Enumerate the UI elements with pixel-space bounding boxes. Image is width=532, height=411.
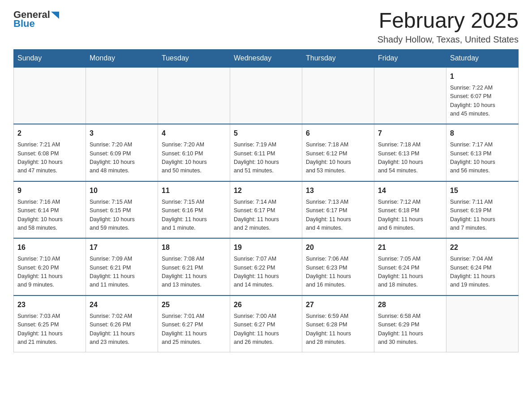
day-info: Sunrise: 7:21 AM Sunset: 6:08 PM Dayligh…	[17, 141, 82, 176]
day-info: Sunrise: 7:18 AM Sunset: 6:12 PM Dayligh…	[306, 141, 370, 176]
calendar-cell: 22Sunrise: 7:04 AM Sunset: 6:24 PM Dayli…	[446, 238, 519, 295]
calendar-cell: 15Sunrise: 7:11 AM Sunset: 6:19 PM Dayli…	[446, 181, 519, 239]
day-info: Sunrise: 6:58 AM Sunset: 6:29 PM Dayligh…	[378, 312, 442, 347]
calendar-cell	[230, 67, 302, 124]
day-number: 26	[234, 300, 298, 310]
day-number: 15	[450, 185, 515, 196]
calendar-cell: 13Sunrise: 7:13 AM Sunset: 6:17 PM Dayli…	[302, 181, 374, 239]
day-info: Sunrise: 7:19 AM Sunset: 6:11 PM Dayligh…	[234, 141, 298, 176]
month-title: February 2025	[378, 9, 519, 33]
calendar-cell: 6Sunrise: 7:18 AM Sunset: 6:12 PM Daylig…	[302, 124, 374, 181]
day-info: Sunrise: 7:18 AM Sunset: 6:13 PM Dayligh…	[378, 141, 442, 176]
calendar-cell: 21Sunrise: 7:05 AM Sunset: 6:24 PM Dayli…	[374, 238, 446, 295]
calendar-cell: 8Sunrise: 7:17 AM Sunset: 6:13 PM Daylig…	[446, 124, 519, 181]
calendar-cell: 7Sunrise: 7:18 AM Sunset: 6:13 PM Daylig…	[374, 124, 446, 181]
calendar-cell	[302, 67, 374, 124]
day-number: 25	[162, 300, 226, 310]
weekday-header-saturday: Saturday	[446, 49, 519, 67]
day-info: Sunrise: 7:14 AM Sunset: 6:17 PM Dayligh…	[234, 198, 298, 233]
day-number: 6	[306, 128, 370, 139]
calendar-cell: 18Sunrise: 7:08 AM Sunset: 6:21 PM Dayli…	[158, 238, 230, 295]
calendar-cell: 19Sunrise: 7:07 AM Sunset: 6:22 PM Dayli…	[230, 238, 302, 295]
calendar-cell: 23Sunrise: 7:03 AM Sunset: 6:25 PM Dayli…	[14, 295, 86, 352]
svg-marker-0	[51, 12, 59, 19]
day-info: Sunrise: 7:03 AM Sunset: 6:25 PM Dayligh…	[17, 312, 82, 347]
day-number: 24	[90, 300, 154, 310]
day-info: Sunrise: 7:13 AM Sunset: 6:17 PM Dayligh…	[306, 198, 370, 233]
week-row-1: 1Sunrise: 7:22 AM Sunset: 6:07 PM Daylig…	[14, 67, 519, 124]
calendar-cell: 2Sunrise: 7:21 AM Sunset: 6:08 PM Daylig…	[14, 124, 86, 181]
day-info: Sunrise: 7:15 AM Sunset: 6:16 PM Dayligh…	[162, 198, 226, 233]
calendar-cell: 20Sunrise: 7:06 AM Sunset: 6:23 PM Dayli…	[302, 238, 374, 295]
calendar-cell: 25Sunrise: 7:01 AM Sunset: 6:27 PM Dayli…	[158, 295, 230, 352]
day-number: 13	[306, 185, 370, 196]
weekday-header-thursday: Thursday	[302, 49, 374, 67]
title-block: February 2025 Shady Hollow, Texas, Unite…	[378, 9, 519, 45]
calendar-cell: 27Sunrise: 6:59 AM Sunset: 6:28 PM Dayli…	[302, 295, 374, 352]
day-number: 23	[17, 300, 82, 310]
calendar-cell: 10Sunrise: 7:15 AM Sunset: 6:15 PM Dayli…	[86, 181, 158, 239]
day-number: 2	[17, 128, 82, 139]
logo-blue: Blue	[13, 18, 35, 30]
calendar-cell: 5Sunrise: 7:19 AM Sunset: 6:11 PM Daylig…	[230, 124, 302, 181]
day-number: 28	[378, 300, 442, 310]
day-number: 16	[17, 242, 82, 253]
logo: General Blue	[13, 9, 61, 30]
calendar-cell: 14Sunrise: 7:12 AM Sunset: 6:18 PM Dayli…	[374, 181, 446, 239]
day-info: Sunrise: 7:10 AM Sunset: 6:20 PM Dayligh…	[17, 255, 82, 290]
logo-triangle-icon	[51, 10, 61, 20]
day-number: 11	[162, 185, 226, 196]
calendar-cell: 3Sunrise: 7:20 AM Sunset: 6:09 PM Daylig…	[86, 124, 158, 181]
day-info: Sunrise: 7:02 AM Sunset: 6:26 PM Dayligh…	[90, 312, 154, 347]
day-info: Sunrise: 7:20 AM Sunset: 6:10 PM Dayligh…	[162, 141, 226, 176]
week-row-2: 2Sunrise: 7:21 AM Sunset: 6:08 PM Daylig…	[14, 124, 519, 181]
day-info: Sunrise: 7:07 AM Sunset: 6:22 PM Dayligh…	[234, 255, 298, 290]
calendar-cell: 12Sunrise: 7:14 AM Sunset: 6:17 PM Dayli…	[230, 181, 302, 239]
day-number: 19	[234, 242, 298, 253]
day-number: 7	[378, 128, 442, 139]
day-info: Sunrise: 7:16 AM Sunset: 6:14 PM Dayligh…	[17, 198, 82, 233]
day-info: Sunrise: 7:06 AM Sunset: 6:23 PM Dayligh…	[306, 255, 370, 290]
day-number: 27	[306, 300, 370, 310]
day-number: 4	[162, 128, 226, 139]
calendar-cell	[14, 67, 86, 124]
calendar-cell	[374, 67, 446, 124]
day-number: 17	[90, 242, 154, 253]
week-row-3: 9Sunrise: 7:16 AM Sunset: 6:14 PM Daylig…	[14, 181, 519, 239]
location-title: Shady Hollow, Texas, United States	[378, 34, 519, 45]
calendar-cell: 9Sunrise: 7:16 AM Sunset: 6:14 PM Daylig…	[14, 181, 86, 239]
weekday-header-friday: Friday	[374, 49, 446, 67]
calendar-cell: 4Sunrise: 7:20 AM Sunset: 6:10 PM Daylig…	[158, 124, 230, 181]
day-number: 12	[234, 185, 298, 196]
calendar-cell: 16Sunrise: 7:10 AM Sunset: 6:20 PM Dayli…	[14, 238, 86, 295]
day-number: 5	[234, 128, 298, 139]
day-number: 22	[450, 242, 515, 253]
day-info: Sunrise: 7:11 AM Sunset: 6:19 PM Dayligh…	[450, 198, 515, 233]
day-number: 18	[162, 242, 226, 253]
day-number: 21	[378, 242, 442, 253]
weekday-header-row: SundayMondayTuesdayWednesdayThursdayFrid…	[14, 49, 519, 67]
day-info: Sunrise: 7:04 AM Sunset: 6:24 PM Dayligh…	[450, 255, 515, 290]
day-number: 3	[90, 128, 154, 139]
calendar-cell: 24Sunrise: 7:02 AM Sunset: 6:26 PM Dayli…	[86, 295, 158, 352]
day-number: 9	[17, 185, 82, 196]
page-header: General Blue February 2025 Shady Hollow,…	[13, 9, 519, 45]
day-number: 8	[450, 128, 515, 139]
calendar-cell	[158, 67, 230, 124]
weekday-header-sunday: Sunday	[14, 49, 86, 67]
day-info: Sunrise: 7:22 AM Sunset: 6:07 PM Dayligh…	[450, 84, 515, 119]
day-number: 10	[90, 185, 154, 196]
weekday-header-tuesday: Tuesday	[158, 49, 230, 67]
day-info: Sunrise: 7:01 AM Sunset: 6:27 PM Dayligh…	[162, 312, 226, 347]
day-info: Sunrise: 7:09 AM Sunset: 6:21 PM Dayligh…	[90, 255, 154, 290]
day-info: Sunrise: 7:17 AM Sunset: 6:13 PM Dayligh…	[450, 141, 515, 176]
calendar-cell	[446, 295, 519, 352]
weekday-header-monday: Monday	[86, 49, 158, 67]
weekday-header-wednesday: Wednesday	[230, 49, 302, 67]
calendar-table: SundayMondayTuesdayWednesdayThursdayFrid…	[13, 49, 519, 353]
day-info: Sunrise: 6:59 AM Sunset: 6:28 PM Dayligh…	[306, 312, 370, 347]
day-info: Sunrise: 7:15 AM Sunset: 6:15 PM Dayligh…	[90, 198, 154, 233]
day-info: Sunrise: 7:20 AM Sunset: 6:09 PM Dayligh…	[90, 141, 154, 176]
day-info: Sunrise: 7:12 AM Sunset: 6:18 PM Dayligh…	[378, 198, 442, 233]
calendar-cell	[86, 67, 158, 124]
